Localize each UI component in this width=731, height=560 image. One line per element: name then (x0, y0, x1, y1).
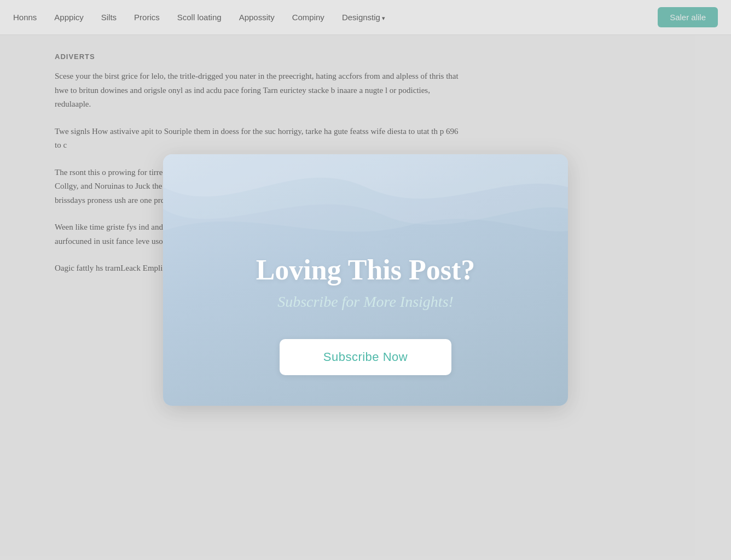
modal-overlay[interactable]: Loving This Post? Subscribe for More Ins… (0, 0, 731, 560)
modal-card: Loving This Post? Subscribe for More Ins… (163, 154, 568, 406)
modal-subtitle: Subscribe for More Insights! (277, 293, 454, 311)
subscribe-now-button[interactable]: Subscribe Now (280, 339, 451, 375)
modal-title: Loving This Post? (256, 254, 475, 287)
